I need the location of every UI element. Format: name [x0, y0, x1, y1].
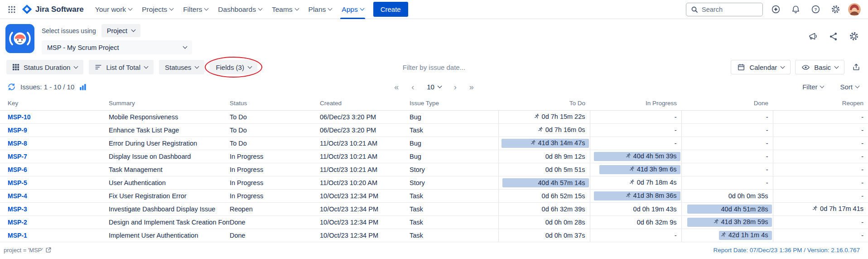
column-header-status[interactable]: Status [230, 97, 320, 110]
chevron-down-icon [258, 6, 262, 11]
duration-value: 0d 8h 9m 12s [545, 153, 585, 160]
issue-created-cell: 06/Dec/23 3:20 PM [320, 110, 410, 123]
column-header-issue-type[interactable]: Issue Type [410, 97, 498, 110]
list-type-dropdown[interactable]: List of Total [89, 60, 154, 74]
jira-logo-icon [22, 4, 32, 15]
table-row: MSP-9Enhance Task List PageTo Do06/Dec/2… [0, 123, 868, 137]
issue-summary-cell: User Authentication [109, 176, 230, 189]
jql-query-text: project = 'MSP' [4, 247, 43, 254]
report-settings-gear-icon[interactable] [849, 31, 859, 41]
status-duration-cell: 0d 0h 0m 35s [681, 189, 773, 202]
issue-key-link[interactable]: MSP-6 [8, 166, 27, 173]
duration-value: 0d 6h 32m 9s [637, 219, 677, 226]
pagination-first-button[interactable]: « [394, 83, 399, 91]
issue-type-cell: Story [410, 176, 498, 189]
duration-value: 0d 7h 15m 22s [534, 113, 585, 120]
fields-dropdown[interactable]: Fields (3) [210, 60, 257, 74]
issue-key-link[interactable]: MSP-8 [8, 140, 27, 147]
issue-status-cell: To Do [230, 123, 320, 137]
column-header-todo[interactable]: To Do [498, 97, 590, 110]
duration-value: - [861, 127, 863, 134]
nav-item-dashboards[interactable]: Dashboards [213, 0, 267, 19]
issue-key-link[interactable]: MSP-1 [8, 232, 27, 239]
settings-gear-icon[interactable] [828, 2, 843, 17]
nav-item-filters[interactable]: Filters [178, 0, 213, 19]
issue-source-dropdown[interactable]: Project [101, 24, 140, 37]
column-header-key[interactable]: Key [0, 97, 109, 110]
issue-type-cell: Task [410, 202, 498, 215]
issue-status-cell: Reopen [230, 202, 320, 215]
report-type-dropdown[interactable]: Status Duration [6, 60, 83, 74]
issue-status-cell: In Progress [230, 189, 320, 202]
issue-key-cell: MSP-5 [0, 176, 109, 189]
status-duration-cell: - [681, 150, 773, 163]
duration-text: - [766, 179, 768, 186]
issue-key-link[interactable]: MSP-10 [8, 113, 31, 121]
sort-dropdown[interactable]: Sort [840, 83, 859, 91]
issue-source-value: Project [107, 27, 127, 34]
duration-text: 40d 4h 5m 39s [633, 152, 677, 160]
issue-key-link[interactable]: MSP-2 [8, 219, 27, 226]
runner-icon [537, 127, 543, 132]
calendar-dropdown[interactable]: Calendar [731, 60, 791, 74]
column-header-in-progress[interactable]: In Progress [590, 97, 681, 110]
chart-view-icon[interactable] [79, 83, 87, 91]
issue-key-link[interactable]: MSP-5 [8, 179, 27, 186]
date-filter-input[interactable]: Filter by issue date... [403, 64, 465, 71]
external-link-icon[interactable] [45, 247, 52, 253]
view-mode-dropdown[interactable]: Basic [795, 60, 844, 74]
search-box[interactable] [686, 3, 763, 16]
duration-value: - [675, 127, 677, 134]
status-duration-cell: - [590, 229, 681, 242]
pagination-next-button[interactable]: › [454, 83, 457, 91]
share-icon[interactable] [829, 32, 838, 41]
status-duration-cell: 0d 7h 15m 22s [498, 110, 590, 123]
duration-value: - [675, 140, 677, 147]
chevron-down-icon [247, 64, 252, 68]
search-input[interactable] [702, 6, 758, 13]
runner-icon [625, 192, 631, 198]
export-icon[interactable] [852, 63, 861, 72]
issue-key-link[interactable]: MSP-7 [8, 153, 27, 160]
table-row: MSP-5User AuthenticationIn Progress11/Oc… [0, 176, 868, 189]
statuses-dropdown[interactable]: Statuses [159, 60, 204, 74]
calendar-icon [737, 63, 745, 71]
issue-created-cell: 10/Oct/23 12:34 PM [320, 215, 410, 229]
help-icon[interactable]: ? [808, 2, 823, 17]
duration-text: 41d 3h 28m 59s [721, 218, 768, 225]
project-dropdown[interactable]: MSP - My Scrum Project [42, 40, 192, 54]
create-button[interactable]: Create [373, 2, 408, 17]
status-duration-cell: - [590, 137, 681, 150]
column-header-summary[interactable]: Summary [109, 97, 230, 110]
issue-summary-cell: Task Management [109, 163, 230, 176]
feedback-megaphone-icon[interactable] [808, 31, 818, 41]
duration-value: 41d 3h 9m 6s [629, 166, 677, 173]
nav-label: Projects [142, 5, 167, 14]
nav-item-plans[interactable]: Plans [304, 0, 337, 19]
column-header-done[interactable]: Done [681, 97, 773, 110]
discover-icon[interactable] [768, 2, 783, 17]
nav-item-your-work[interactable]: Your work [90, 0, 137, 19]
pagination-last-button[interactable]: » [469, 83, 474, 91]
duration-text: - [861, 153, 863, 160]
notifications-bell-icon[interactable] [788, 2, 803, 17]
column-header-created[interactable]: Created [320, 97, 410, 110]
view-mode-label: Basic [814, 64, 831, 71]
issue-key-link[interactable]: MSP-4 [8, 192, 27, 200]
jira-brand[interactable]: Jira Software [19, 4, 90, 15]
filter-dropdown[interactable]: Filter [802, 83, 824, 91]
issue-key-link[interactable]: MSP-9 [8, 127, 27, 134]
page-size-dropdown[interactable]: 10 [427, 83, 441, 91]
status-duration-cell: - [681, 163, 773, 176]
user-avatar[interactable] [848, 3, 861, 16]
column-header-reopen[interactable]: Reopen [773, 97, 868, 110]
nav-item-teams[interactable]: Teams [267, 0, 304, 19]
nav-item-apps[interactable]: Apps [337, 0, 368, 19]
calendar-label: Calendar [749, 64, 777, 71]
nav-item-projects[interactable]: Projects [137, 0, 178, 19]
issues-count-label: Issues: 1 - 10 / 10 [20, 83, 74, 91]
pagination-prev-button[interactable]: ‹ [411, 83, 414, 91]
app-switcher-icon[interactable] [5, 2, 19, 17]
refresh-icon[interactable] [7, 83, 16, 91]
issue-key-link[interactable]: MSP-3 [8, 205, 27, 213]
